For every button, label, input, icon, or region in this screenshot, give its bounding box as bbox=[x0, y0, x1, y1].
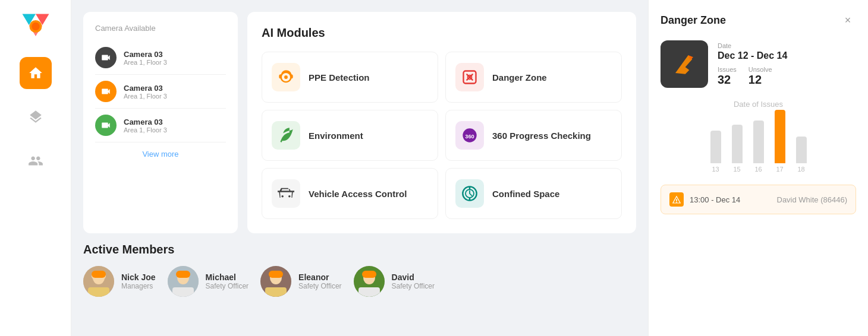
svg-rect-20 bbox=[92, 271, 106, 278]
sidebar-item-users[interactable] bbox=[20, 145, 52, 177]
issues-value: 32 bbox=[718, 73, 737, 87]
camera-item-3[interactable]: Camera 03 Area 1, Floor 3 bbox=[95, 109, 226, 142]
close-button[interactable]: × bbox=[839, 12, 856, 28]
camera-panel-title: Camera Available bbox=[95, 24, 226, 33]
module-confined[interactable]: Confined Space bbox=[445, 168, 622, 219]
camera-location-3: Area 1, Floor 3 bbox=[124, 126, 167, 134]
chart-section: Date of Issues 1315161718 bbox=[661, 100, 856, 175]
module-environment[interactable]: Environment bbox=[262, 110, 438, 161]
bar-col-13: 13 bbox=[710, 131, 721, 173]
view-more-button[interactable]: View more bbox=[95, 150, 226, 159]
progress-label: 360 Progress Checking bbox=[492, 131, 591, 141]
svg-rect-33 bbox=[676, 199, 677, 201]
member-david[interactable]: David Safety Officer bbox=[354, 266, 435, 297]
camera-item-1[interactable]: Camera 03 Area 1, Floor 3 bbox=[95, 41, 226, 75]
sidebar-item-home[interactable] bbox=[20, 57, 52, 89]
svg-rect-32 bbox=[362, 271, 376, 278]
danger-icon bbox=[455, 63, 484, 91]
bar-label-16: 16 bbox=[754, 166, 762, 173]
member-info-michael: Michael Safety Officer bbox=[206, 272, 249, 290]
top-row: Camera Available Camera 03 Area 1, Floor… bbox=[83, 12, 636, 233]
issues-label: Issues bbox=[718, 66, 737, 73]
unsolve-value: 12 bbox=[749, 73, 772, 87]
svg-rect-24 bbox=[176, 271, 190, 278]
module-danger[interactable]: Danger Zone bbox=[445, 52, 622, 103]
ppe-icon bbox=[272, 63, 300, 91]
member-role-nick: Managers bbox=[121, 282, 156, 290]
unsolve-label: Unsolve bbox=[749, 66, 772, 73]
confined-icon bbox=[455, 179, 484, 208]
member-eleanor[interactable]: Eleanor Safety Officer bbox=[260, 266, 341, 297]
camera-item-2[interactable]: Camera 03 Area 1, Floor 3 bbox=[95, 75, 226, 109]
app-logo bbox=[18, 9, 54, 39]
svg-rect-34 bbox=[676, 202, 677, 203]
bar-17 bbox=[775, 110, 785, 163]
vehicle-label: Vehicle Access Control bbox=[309, 189, 407, 199]
stats-card: Date Dec 12 - Dec 14 Issues 32 Unsolve 1… bbox=[661, 40, 856, 88]
camera-panel: Camera Available Camera 03 Area 1, Floor… bbox=[83, 12, 238, 233]
danger-zone-icon bbox=[661, 40, 708, 88]
svg-point-4 bbox=[32, 23, 40, 31]
camera-dot-1 bbox=[95, 47, 117, 68]
svg-rect-27 bbox=[265, 287, 287, 297]
confined-label: Confined Space bbox=[492, 189, 559, 199]
member-nick[interactable]: Nick Joe Managers bbox=[83, 266, 156, 297]
svg-rect-18 bbox=[88, 287, 109, 297]
camera-info-3: Camera 03 Area 1, Floor 3 bbox=[124, 118, 167, 134]
member-info-nick: Nick Joe Managers bbox=[121, 272, 156, 290]
svg-rect-31 bbox=[358, 287, 380, 297]
modules-title: AI Modules bbox=[262, 26, 622, 40]
members-title: Active Members bbox=[83, 243, 636, 256]
alert-row[interactable]: 13:00 - Dec 14 David White (86446) bbox=[661, 185, 856, 214]
camera-name-3: Camera 03 bbox=[124, 118, 167, 126]
environment-label: Environment bbox=[309, 131, 363, 141]
member-michael[interactable]: Michael Safety Officer bbox=[168, 266, 249, 297]
panel-title: Danger Zone bbox=[661, 14, 726, 27]
module-vehicle[interactable]: Vehicle Access Control bbox=[262, 168, 438, 219]
svg-point-10 bbox=[281, 195, 284, 198]
alert-user: David White (86446) bbox=[777, 195, 848, 204]
member-role-eleanor: Safety Officer bbox=[298, 282, 341, 290]
camera-location-2: Area 1, Floor 3 bbox=[124, 93, 167, 100]
camera-dot-2 bbox=[95, 81, 117, 102]
date-label: Date bbox=[718, 42, 787, 49]
camera-info-1: Camera 03 Area 1, Floor 3 bbox=[124, 50, 167, 66]
bar-label-15: 15 bbox=[733, 166, 740, 173]
member-role-david: Safety Officer bbox=[392, 282, 435, 290]
member-name-eleanor: Eleanor bbox=[298, 272, 341, 282]
camera-name-2: Camera 03 bbox=[124, 84, 167, 93]
panel-header: Danger Zone × bbox=[661, 12, 856, 28]
bar-18 bbox=[796, 137, 807, 163]
member-avatar-nick bbox=[83, 266, 114, 297]
main-content: Camera Available Camera 03 Area 1, Floor… bbox=[71, 0, 648, 336]
member-avatar-david bbox=[354, 266, 385, 297]
module-ppe[interactable]: PPE Detection bbox=[262, 52, 438, 103]
bar-label-13: 13 bbox=[712, 166, 719, 173]
member-role-michael: Safety Officer bbox=[206, 282, 249, 290]
members-section: Active Members Nick Joe Managers bbox=[83, 243, 636, 297]
member-info-david: David Safety Officer bbox=[392, 272, 435, 290]
svg-point-11 bbox=[288, 195, 291, 198]
bar-15 bbox=[732, 125, 743, 163]
member-name-nick: Nick Joe bbox=[121, 272, 156, 282]
svg-text:360: 360 bbox=[465, 134, 474, 140]
bar-13 bbox=[710, 131, 721, 163]
module-progress[interactable]: 360 360 Progress Checking bbox=[445, 110, 622, 161]
danger-label: Danger Zone bbox=[492, 72, 547, 83]
member-avatar-eleanor bbox=[260, 266, 291, 297]
camera-location-1: Area 1, Floor 3 bbox=[124, 59, 167, 66]
member-avatar-michael bbox=[168, 266, 199, 297]
bar-col-18: 18 bbox=[796, 137, 807, 173]
svg-point-5 bbox=[284, 75, 288, 79]
bar-16 bbox=[753, 121, 764, 163]
vehicle-icon bbox=[272, 179, 300, 208]
alert-icon bbox=[669, 192, 684, 207]
sidebar-item-layers[interactable] bbox=[20, 101, 52, 133]
unsolve-stat: Unsolve 12 bbox=[749, 66, 772, 87]
bar-chart: 1315161718 bbox=[661, 116, 856, 175]
members-row: Nick Joe Managers Michael Safety Officer bbox=[83, 266, 636, 297]
bar-col-15: 15 bbox=[732, 125, 743, 173]
member-info-eleanor: Eleanor Safety Officer bbox=[298, 272, 341, 290]
camera-info-2: Camera 03 Area 1, Floor 3 bbox=[124, 84, 167, 100]
date-range: Dec 12 - Dec 14 bbox=[718, 50, 787, 61]
